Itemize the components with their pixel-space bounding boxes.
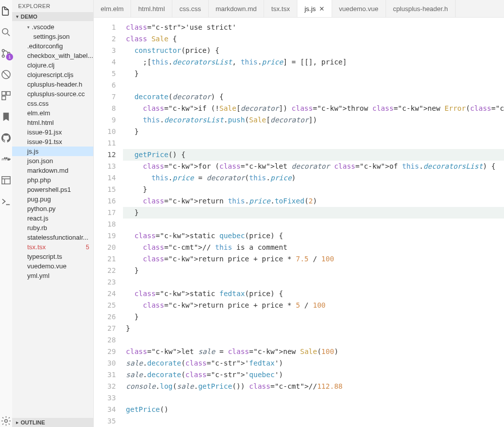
file-item[interactable]: ruby.rb (12, 223, 93, 233)
file-item[interactable]: powershell.ps1 (12, 185, 93, 194)
github-icon[interactable] (0, 132, 12, 144)
file-item[interactable]: php.php (12, 175, 93, 185)
file-item[interactable]: python.py (12, 204, 93, 214)
section-outline-label: OUTLINE (21, 419, 45, 425)
debug-icon[interactable] (0, 68, 12, 81)
file-item[interactable]: yml.yml (12, 271, 93, 280)
file-item[interactable]: html.html (12, 118, 93, 127)
file-item[interactable]: settings.json (12, 32, 93, 41)
project-icon[interactable] (0, 174, 12, 186)
tab-label: vuedemo.vue (339, 5, 379, 13)
file-item[interactable]: css.css (12, 99, 93, 108)
file-item[interactable]: react.js (12, 214, 93, 223)
search-icon[interactable] (0, 26, 12, 38)
section-demo[interactable]: ▾ DEMO (12, 12, 93, 21)
folder-vscode[interactable]: .vscode (12, 22, 93, 32)
chevron-right-icon: ▸ (16, 420, 19, 425)
tab-label: tsx.tsx (271, 5, 290, 13)
file-item-error[interactable]: tsx.tsx 5 (12, 242, 93, 252)
file-item[interactable]: clojurescript.cljs (12, 70, 93, 80)
section-outline[interactable]: ▸ OUTLINE (12, 418, 93, 427)
svg-point-0 (3, 29, 8, 34)
bookmark-icon[interactable] (0, 111, 12, 123)
activity-bar: 1 (0, 0, 12, 427)
svg-point-2 (2, 55, 5, 57)
tab-label: markdown.md (216, 5, 257, 13)
explorer-sidebar: EXPLORER ▾ DEMO .vscode settings.json .e… (12, 0, 94, 427)
chevron-down-icon: ▾ (16, 14, 19, 19)
file-item[interactable]: cplusplus-source.cc (12, 89, 93, 99)
tab-label: elm.elm (101, 5, 124, 13)
svg-point-9 (5, 419, 8, 422)
file-item[interactable]: elm.elm (12, 108, 93, 118)
line-gutter: 1234567891011121314151617181920212223242… (94, 18, 123, 427)
tab[interactable]: css.css (172, 0, 209, 17)
tab-label: html.html (138, 5, 165, 13)
file-item-label: tsx.tsx (27, 243, 46, 251)
file-item[interactable]: markdown.md (12, 166, 93, 175)
file-item-selected[interactable]: js.js (12, 147, 93, 156)
file-item[interactable]: checkbox_with_label... (12, 51, 93, 60)
section-demo-label: DEMO (21, 14, 37, 20)
tab[interactable]: vuedemo.vue (332, 0, 386, 17)
tab-label: css.css (179, 5, 201, 13)
files-icon[interactable] (0, 5, 12, 17)
tab[interactable]: tsx.tsx (264, 0, 297, 17)
svg-point-1 (2, 49, 5, 52)
scm-badge: 1 (6, 53, 13, 60)
tab-label: cplusplus-header.h (393, 5, 448, 13)
tab[interactable]: markdown.md (209, 0, 265, 17)
docker-icon[interactable] (0, 153, 12, 165)
file-item[interactable]: issue-91.jsx (12, 127, 93, 137)
svg-rect-8 (2, 177, 11, 184)
tab[interactable]: cplusplus-header.h (386, 0, 456, 17)
file-item[interactable]: json.json (12, 156, 93, 166)
close-icon[interactable]: ✕ (319, 5, 325, 13)
file-item[interactable]: pug.pug (12, 194, 93, 204)
tab-label: js.js (304, 5, 316, 13)
svg-rect-5 (2, 92, 6, 95)
tab[interactable]: html.html (131, 0, 172, 17)
code-content[interactable]: class="c-str">'use strict'class Sale { c… (123, 18, 504, 427)
file-item[interactable]: .editorconfig (12, 41, 93, 51)
sidebar-title: EXPLORER (12, 0, 93, 12)
file-item[interactable]: clojure.clj (12, 60, 93, 70)
svg-rect-7 (2, 96, 6, 100)
error-count-badge: 5 (86, 244, 89, 251)
editor-tabs: elm.elm html.html css.css markdown.md ts… (94, 0, 504, 18)
file-item[interactable]: cplusplus-header.h (12, 80, 93, 89)
file-item[interactable]: vuedemo.vue (12, 261, 93, 271)
file-item[interactable]: issue-91.tsx (12, 137, 93, 147)
file-item[interactable]: typescript.ts (12, 252, 93, 261)
code-editor[interactable]: 1234567891011121314151617181920212223242… (94, 18, 504, 427)
settings-gear-icon[interactable] (0, 415, 12, 427)
tab[interactable]: elm.elm (94, 0, 132, 17)
main-area: elm.elm html.html css.css markdown.md ts… (94, 0, 504, 427)
terminal-icon[interactable] (0, 195, 12, 207)
file-tree: .vscode settings.json .editorconfig chec… (12, 21, 93, 418)
source-control-icon[interactable]: 1 (0, 47, 12, 59)
svg-rect-6 (7, 92, 10, 95)
tab-active[interactable]: js.js ✕ (297, 0, 332, 17)
file-item[interactable]: statelessfunctionalr... (12, 233, 93, 242)
extensions-icon[interactable] (0, 90, 12, 102)
